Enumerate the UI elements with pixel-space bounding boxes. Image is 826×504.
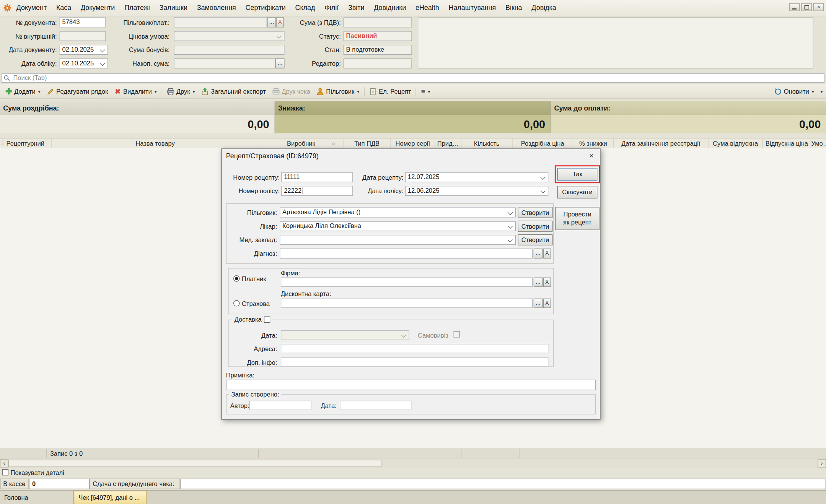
edit-row-button[interactable]: Редагувати рядок — [44, 86, 111, 97]
doc-number-field[interactable]: 57843 — [60, 17, 106, 27]
change-value-field[interactable] — [180, 479, 826, 489]
tab-main[interactable]: Головна — [0, 491, 74, 504]
horizontal-scrollbar[interactable]: ‹ › — [0, 458, 826, 467]
add-button[interactable]: Додати ▾ — [2, 86, 44, 97]
col-product-name[interactable]: Назва товару — [52, 138, 259, 148]
col-series-number[interactable]: Номер серії — [391, 138, 435, 148]
create-doctor-button[interactable]: Створити — [518, 221, 552, 232]
col-prid[interactable]: Прид… — [435, 138, 461, 148]
close-button[interactable]: × — [813, 3, 824, 11]
create-med-institution-button[interactable]: Створити — [518, 234, 552, 245]
beneficiary-clear-button[interactable]: X — [276, 17, 284, 27]
col-recipe[interactable]: Рецептурний — [7, 138, 52, 148]
beneficiary-field[interactable] — [174, 17, 267, 27]
menu-orders[interactable]: Замовлення — [192, 0, 241, 16]
account-date-combo[interactable]: 02.10.2025 — [60, 59, 108, 68]
policy-date-label: Дата полісу: — [348, 187, 404, 195]
internal-number-field[interactable] — [60, 31, 106, 41]
cancel-button[interactable]: Скасувати — [557, 186, 598, 198]
col-dispense-sum[interactable]: Сума відпускна — [709, 138, 763, 148]
print-button[interactable]: Друк ▾ — [164, 86, 198, 97]
firm-clear-button[interactable]: X — [543, 278, 551, 287]
menu-warehouse[interactable]: Склад — [290, 0, 320, 16]
menu-certificates[interactable]: Сертифікати — [241, 0, 290, 16]
scroll-right-button[interactable]: › — [818, 459, 826, 468]
e-recipe-button[interactable]: Ел. Рецепт — [366, 86, 414, 97]
conduct-as-recipe-button[interactable]: Провести як рецепт — [555, 207, 600, 230]
beneficiary-browse-button[interactable]: … — [267, 17, 276, 27]
delete-icon — [114, 88, 121, 95]
dialog-beneficiary-label: Пільговик: — [222, 209, 277, 216]
search-input[interactable] — [12, 74, 824, 82]
general-export-button[interactable]: Загальний експорт — [198, 86, 269, 97]
firm-browse-button[interactable]: … — [534, 278, 543, 287]
col-dispense-price[interactable]: Відпускна ціна — [763, 138, 811, 148]
delivery-checkbox[interactable] — [264, 317, 270, 323]
toolbar: Додати ▾ Редагувати рядок Видалити ▾ Дру… — [0, 84, 826, 99]
menu-settings[interactable]: Налаштування — [444, 0, 501, 16]
firm-field[interactable] — [281, 278, 533, 287]
tab-receipt[interactable]: Чек [64979], дані о ... — [74, 491, 147, 504]
menu-ehealth[interactable]: eHealth — [411, 0, 444, 16]
dialog-beneficiary-combo[interactable]: Артюхова Лідія Петрівна () — [280, 207, 516, 217]
toolbar-overflow-icon[interactable]: ▾ — [820, 89, 823, 94]
policy-number-field[interactable]: 22222 — [281, 186, 353, 196]
med-institution-combo[interactable] — [280, 235, 516, 245]
menu-reports[interactable]: Звіти — [344, 0, 369, 16]
scrollbar-thumb[interactable] — [8, 460, 381, 467]
add-info-field[interactable] — [281, 358, 548, 367]
discount-card-field[interactable] — [281, 299, 533, 308]
doc-date-combo[interactable]: 02.10.2025 — [60, 45, 108, 55]
accum-sum-browse-button[interactable]: … — [275, 59, 284, 68]
insurance-radio[interactable] — [233, 300, 240, 307]
menu-directories[interactable]: Довідники — [369, 0, 411, 16]
recipe-number-field[interactable]: 11111 — [281, 172, 353, 182]
menu-windows[interactable]: Вікна — [501, 0, 527, 16]
diagnosis-browse-button[interactable]: … — [534, 249, 543, 259]
menu-documents[interactable]: Документи — [76, 0, 120, 16]
policy-date-combo[interactable]: 12.06.2025 — [405, 186, 549, 196]
col-quantity[interactable]: Кількість — [461, 138, 513, 148]
restore-button[interactable] — [801, 3, 812, 11]
dialog-close-icon[interactable]: × — [589, 151, 594, 160]
col-vat-type[interactable]: Тип ПДВ — [344, 138, 391, 148]
menu-kasa[interactable]: Каса — [51, 0, 76, 16]
show-details-checkbox[interactable] — [2, 469, 9, 476]
create-beneficiary-button[interactable]: Створити — [518, 207, 552, 218]
col-discount-pct[interactable]: % знижки — [573, 138, 614, 148]
close-icon: × — [817, 5, 820, 10]
col-umo[interactable]: Умо… — [811, 138, 826, 148]
doctor-combo[interactable]: Корницька Ліля Олексіївна — [280, 221, 516, 231]
created-group-title: Запис створено: — [229, 391, 281, 398]
refresh-button[interactable]: Оновити ▾ — [771, 86, 817, 97]
note-field[interactable] — [226, 380, 596, 390]
yes-button[interactable]: Так — [557, 168, 598, 180]
menu-document[interactable]: Документ — [11, 0, 51, 16]
menu-branches[interactable]: Філії — [320, 0, 344, 16]
add-button-label: Додати — [14, 88, 35, 95]
diagnosis-field[interactable] — [280, 249, 533, 259]
col-manufacturer[interactable]: Виробник — [259, 138, 343, 148]
e-recipe-button-label: Ел. Рецепт — [379, 88, 411, 95]
diagnosis-clear-button[interactable]: X — [543, 249, 551, 259]
menu-help[interactable]: Довідка — [527, 0, 561, 16]
minimize-button[interactable] — [789, 3, 800, 11]
account-date-label: Дата обліку: — [0, 60, 57, 67]
menu-stock[interactable]: Залишки — [155, 0, 192, 16]
recipe-date-combo[interactable]: 12.07.2025 — [405, 172, 549, 182]
price-condition-combo[interactable] — [174, 31, 284, 41]
scroll-left-button[interactable]: ‹ — [0, 459, 8, 468]
address-field[interactable] — [281, 344, 548, 353]
beneficiary-button[interactable]: Пільговик ▾ — [313, 86, 362, 97]
discount-card-clear-button[interactable]: X — [543, 299, 551, 308]
rows-icon: ≡ — [1, 140, 5, 146]
col-retail-price[interactable]: Роздрібна ціна — [513, 138, 573, 148]
accum-sum-label: Накоп. сума: — [117, 60, 170, 67]
record-count: Запис 0 з 0 — [50, 450, 83, 457]
delete-button[interactable]: Видалити ▾ — [111, 86, 160, 97]
payer-radio[interactable] — [233, 275, 240, 282]
discount-card-browse-button[interactable]: … — [534, 299, 543, 308]
col-registration-end-date[interactable]: Дата закінчення реєстрації — [614, 138, 709, 148]
view-options-button[interactable]: ≡ ▾ — [418, 86, 433, 97]
menu-payments[interactable]: Платежі — [120, 0, 155, 16]
